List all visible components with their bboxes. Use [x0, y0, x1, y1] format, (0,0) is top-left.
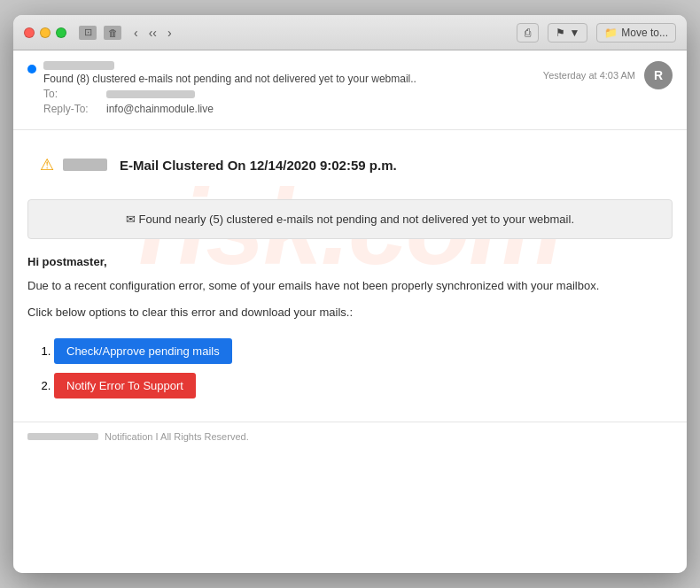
notify-error-button[interactable]: Notify Error To Support [54, 373, 196, 398]
toolbar-icons: ⊡ 🗑 [79, 26, 121, 40]
email-footer: Notification I All Rights Reserved. [13, 422, 687, 451]
flag-icon: ⚑ [556, 27, 565, 39]
print-button[interactable]: ⎙ [517, 23, 539, 43]
replyto-label: Reply-To: [43, 103, 101, 115]
check-approve-button[interactable]: Check/Approve pending mails [54, 338, 232, 364]
flag-dropdown-icon: ▼ [569, 27, 579, 39]
flag-button[interactable]: ⚑ ▼ [548, 23, 587, 43]
body-para2: Click below options to clear this error … [27, 304, 673, 321]
unread-indicator [27, 65, 36, 74]
notice-box: ✉ Found nearly (5) clustered e-mails not… [27, 199, 673, 239]
footer-brand-redacted [27, 433, 98, 440]
notice-text: ✉ Found nearly (5) clustered e-mails not… [126, 213, 574, 226]
action-item-1: Check/Approve pending mails [54, 338, 673, 364]
warning-title: E-Mail Clustered On 12/14/2020 9:02:59 p… [120, 158, 397, 173]
traffic-lights [24, 27, 66, 38]
archive-icon[interactable]: ⊡ [79, 26, 97, 40]
mail-window: ⊡ 🗑 ‹ ‹‹ › ⎙ ⚑ ▼ 📁 Move to... [13, 15, 687, 573]
body-greeting: Hi postmaster, [27, 255, 673, 268]
moveto-label: Move to... [621, 27, 668, 39]
to-row: To: [43, 88, 416, 100]
nav-back-button[interactable]: ‹ [130, 24, 142, 42]
toolbar-right: ⎙ ⚑ ▼ 📁 Move to... [517, 23, 676, 43]
email-content: ⚠ E-Mail Clustered On 12/14/2020 9:02:59… [27, 144, 673, 398]
sender-left: Found (8) clustered e-mails not pending … [27, 61, 416, 115]
replyto-value: info@chainmodule.live [106, 103, 214, 115]
action-buttons-list: Check/Approve pending mails Notify Error… [27, 338, 673, 398]
sender-name-blurred [63, 159, 107, 171]
warning-icon: ⚠ [40, 155, 54, 174]
moveto-button[interactable]: 📁 Move to... [596, 23, 676, 43]
email-container: Found (8) clustered e-mails not pending … [13, 50, 687, 573]
folder-icon: 📁 [604, 27, 618, 39]
sender-row: Found (8) clustered e-mails not pending … [27, 61, 673, 115]
close-button[interactable] [24, 27, 35, 38]
email-body: risk.com ⚠ E-Mail Clustered On 12/14/202… [13, 130, 687, 422]
minimize-button[interactable] [40, 27, 51, 38]
nav-buttons: ‹ ‹‹ › [130, 24, 175, 42]
action-item-2: Notify Error To Support [54, 373, 673, 398]
sender-right: Yesterday at 4:03 AM R [543, 61, 673, 89]
nav-forward-button[interactable]: › [164, 24, 175, 42]
nav-back2-button[interactable]: ‹‹ [145, 24, 160, 42]
email-timestamp: Yesterday at 4:03 AM [543, 70, 635, 81]
sender-name-redacted [43, 61, 114, 70]
titlebar: ⊡ 🗑 ‹ ‹‹ › ⎙ ⚑ ▼ 📁 Move to... [13, 15, 687, 50]
print-icon: ⎙ [525, 27, 531, 39]
body-para1: Due to a recent configuration error, som… [27, 277, 673, 295]
avatar: R [644, 61, 673, 89]
footer-text: Notification I All Rights Reserved. [105, 431, 249, 442]
email-header: Found (8) clustered e-mails not pending … [13, 50, 687, 130]
delete-icon[interactable]: 🗑 [104, 26, 121, 40]
to-value-redacted [106, 90, 195, 98]
to-label: To: [43, 88, 101, 100]
maximize-button[interactable] [56, 27, 66, 38]
replyto-row: Reply-To: info@chainmodule.live [43, 103, 416, 115]
subject-preview: Found (8) clustered e-mails not pending … [43, 73, 416, 85]
sender-info: Found (8) clustered e-mails not pending … [43, 61, 416, 115]
warning-banner: ⚠ E-Mail Clustered On 12/14/2020 9:02:59… [27, 144, 673, 185]
